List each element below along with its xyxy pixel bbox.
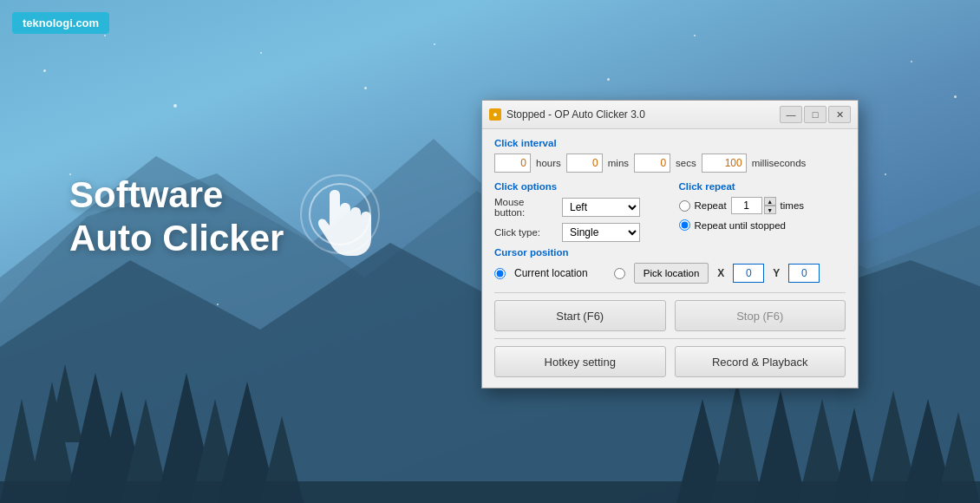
ms-unit: milliseconds [752,158,807,168]
close-button[interactable]: ✕ [828,106,851,123]
click-options-col: Click options Mouse button: Left Middle … [494,181,662,247]
current-location-radio[interactable] [494,268,506,279]
divider-1 [494,292,846,293]
divider-2 [494,338,846,339]
start-stop-buttons: Start (F6) Stop (F6) [494,300,846,331]
repeat-until-stopped-label: Repeat until stopped [695,220,787,231]
record-playback-button[interactable]: Record & Playback [675,346,846,377]
pick-location-button[interactable]: Pick location [634,263,709,284]
hotkey-button[interactable]: Hotkey setting [494,346,666,377]
secs-unit: secs [676,158,696,168]
app-window: ● Stopped - OP Auto Clicker 3.0 — □ ✕ Cl… [481,100,859,389]
mins-input[interactable] [566,154,603,173]
click-repeat-label: Click repeat [679,181,846,192]
click-interval-label: Click interval [494,138,846,148]
svg-rect-21 [0,481,980,503]
pick-location-radio[interactable] [614,268,625,279]
spin-down-arrow[interactable]: ▼ [764,206,776,214]
y-label: Y [773,267,780,279]
repeat-until-stopped-radio[interactable] [679,219,690,231]
y-input[interactable] [788,264,820,283]
title-bar: ● Stopped - OP Auto Clicker 3.0 — □ ✕ [482,101,858,129]
hours-unit: hours [536,158,561,168]
click-type-label: Click type: [494,227,557,238]
options-repeat-row: Click options Mouse button: Left Middle … [494,181,846,247]
mins-unit: mins [608,158,629,168]
repeat-radio-row: Repeat ▲ ▼ times [679,197,846,214]
stop-button[interactable]: Stop (F6) [675,300,846,331]
title-bar-left: ● Stopped - OP Auto Clicker 3.0 [489,108,645,121]
hero-line2: Auto Clicker [69,218,284,258]
spin-arrows: ▲ ▼ [764,197,776,214]
hours-input[interactable] [494,154,531,173]
repeat-spin-box: ▲ ▼ [731,197,776,214]
window-title: Stopped - OP Auto Clicker 3.0 [506,108,645,121]
current-location-label: Current location [514,267,588,279]
cursor-row: Current location Pick location X Y [494,263,846,284]
interval-row: hours mins secs milliseconds [494,154,846,173]
brand-label: teknologi.com [12,12,109,34]
window-body: Click interval hours mins secs milliseco… [482,129,858,388]
click-type-row: Click type: Single Double [494,223,662,242]
repeat-radio[interactable] [679,200,690,212]
start-button[interactable]: Start (F6) [494,300,666,331]
times-label: times [781,200,804,211]
repeat-radio-label: Repeat [695,200,727,211]
click-repeat-col: Click repeat Repeat ▲ ▼ times Re [679,181,846,247]
secs-input[interactable] [634,154,670,173]
x-input[interactable] [733,264,764,283]
mouse-button-select[interactable]: Left Middle Right [562,198,640,217]
hand-icon [295,169,408,291]
title-bar-controls: — □ ✕ [780,106,851,123]
click-options-label: Click options [494,181,662,192]
mouse-button-row: Mouse button: Left Middle Right [494,197,662,218]
click-type-select[interactable]: Single Double [562,223,640,242]
click-interval-section: Click interval hours mins secs milliseco… [494,138,846,173]
minimize-button[interactable]: — [780,106,802,123]
mouse-button-label: Mouse button: [494,197,557,218]
repeat-until-stopped-row: Repeat until stopped [679,219,846,231]
cursor-position-label: Cursor position [494,247,846,258]
app-icon: ● [489,108,501,121]
hero-text: Software Auto Clicker [69,173,284,261]
hotkey-record-buttons: Hotkey setting Record & Playback [494,346,846,377]
repeat-times-input[interactable] [731,197,762,214]
x-label: X [717,267,724,279]
cursor-position-section: Cursor position Current location Pick lo… [494,247,846,284]
hero-line1: Software [69,174,223,215]
spin-up-arrow[interactable]: ▲ [764,197,776,206]
ms-input[interactable] [702,154,747,173]
maximize-button[interactable]: □ [804,106,826,123]
